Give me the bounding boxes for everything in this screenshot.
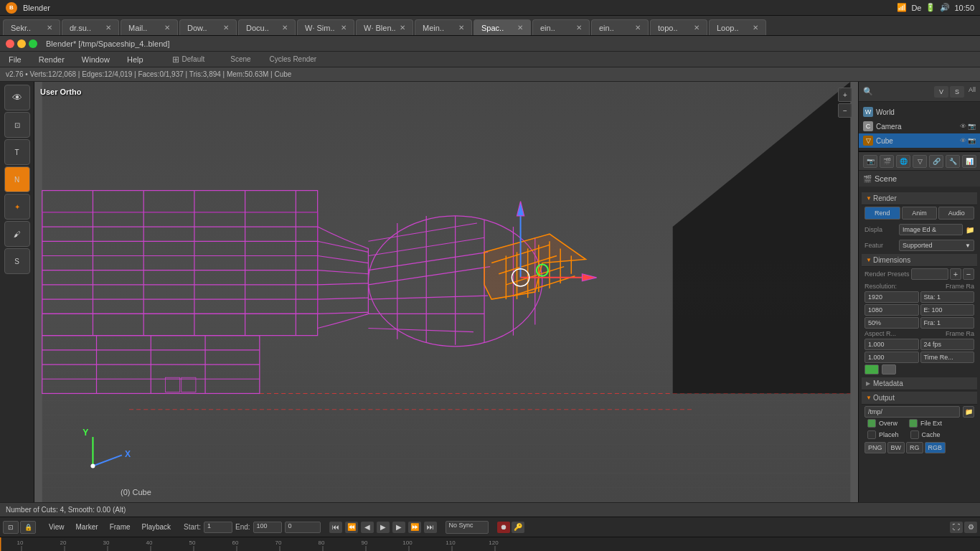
render-presets-remove-button[interactable]: − (963, 268, 974, 280)
fps-field[interactable]: 24 fps (920, 339, 975, 350)
dimensions-section-header[interactable]: ▼ Dimensions (862, 254, 977, 267)
render-tab-audio[interactable]: Audio (938, 207, 974, 220)
tab-close-icon[interactable]: ✕ (517, 24, 523, 32)
tab-close-icon[interactable]: ✕ (47, 24, 52, 32)
prop-object-icon[interactable]: ▽ (913, 155, 927, 168)
tl-expand-button[interactable]: ⛶ (950, 522, 963, 533)
tab-close-icon[interactable]: ✕ (282, 24, 288, 32)
browser-tab[interactable]: ein..✕ (591, 19, 649, 35)
bw-button[interactable]: BW (887, 442, 905, 453)
prop-scene-icon[interactable]: 🎬 (880, 155, 894, 168)
browser-tab[interactable]: W· Blen..✕ (356, 19, 413, 35)
prop-data-icon[interactable]: 📊 (962, 155, 976, 168)
timeline-ruler[interactable]: 10 20 30 40 50 60 70 80 90 100 (0, 537, 980, 551)
sidebar-btn-3[interactable]: T (4, 139, 30, 165)
height-field[interactable]: 1080 (864, 304, 919, 316)
render-tab-anim[interactable]: Anim (902, 207, 938, 220)
overwrite-checkbox[interactable] (867, 419, 876, 428)
prev-frame-button[interactable]: ⏪ (345, 522, 358, 533)
browser-tab[interactable]: Docu..✕ (238, 19, 296, 35)
start-frame-input[interactable]: 1 (204, 522, 232, 533)
browser-tab-active[interactable]: Spac..✕ (473, 19, 531, 35)
render-presets-value[interactable] (911, 268, 948, 280)
cube-render-icon[interactable]: 📷 (968, 137, 976, 144)
browser-tab[interactable]: Loop..✕ (709, 19, 766, 35)
scene-item-cube[interactable]: ▽ Cube 👁 📷 (859, 133, 980, 148)
browser-tab[interactable]: Dow..✕ (179, 19, 237, 35)
sidebar-btn-sculpt[interactable]: 🖌 (4, 221, 30, 247)
png-format-button[interactable]: PNG (864, 442, 886, 453)
menu-file[interactable]: File (6, 54, 24, 65)
tab-close-icon[interactable]: ✕ (694, 24, 699, 32)
tab-close-icon[interactable]: ✕ (635, 24, 641, 32)
tl-menu-playback[interactable]: Playback (138, 522, 176, 532)
sidebar-btn-view[interactable]: 👁 (4, 85, 30, 110)
browser-tab[interactable]: dr.su..✕ (62, 19, 119, 35)
cache-checkbox[interactable] (910, 430, 919, 439)
percent-field[interactable]: 50% (864, 317, 919, 329)
prop-modifier-icon[interactable]: 🔧 (946, 155, 960, 168)
render-tab-rend[interactable]: Rend (864, 207, 900, 220)
end-frame-input[interactable]: 100 (253, 522, 282, 533)
close-button[interactable] (6, 39, 14, 48)
browser-tab[interactable]: W· Sim..✕ (297, 19, 354, 35)
menu-help[interactable]: Help (124, 54, 146, 65)
layout-preset[interactable]: Default (182, 55, 205, 63)
feature-value[interactable]: Supported ▼ (899, 240, 974, 251)
vp-nav-btn-1[interactable]: + (838, 88, 852, 102)
maximize-button[interactable] (29, 39, 37, 48)
timeline-view-btn[interactable]: ⊡ (3, 521, 19, 534)
eye-icon[interactable]: 👁 (960, 123, 966, 130)
render-presets-add-button[interactable]: + (950, 268, 961, 280)
sidebar-btn-4[interactable]: N (4, 166, 30, 192)
viewport[interactable]: X Y User Ortho + − (0) Cube (34, 82, 858, 502)
tab-close-icon[interactable]: ✕ (458, 24, 464, 32)
end-field[interactable]: E: 100 (920, 304, 975, 316)
jump-start-button[interactable]: ⏮ (329, 522, 342, 533)
width-field[interactable]: 1920 (864, 291, 919, 303)
tl-menu-marker[interactable]: Marker (72, 522, 103, 532)
browser-tab[interactable]: ein..✕ (532, 19, 590, 35)
vp-nav-btn-2[interactable]: − (838, 103, 852, 118)
tab-close-icon[interactable]: ✕ (105, 24, 111, 32)
scene-item-world[interactable]: W World (859, 105, 980, 119)
menu-window[interactable]: Window (79, 54, 113, 65)
display-value[interactable]: Image Ed & (899, 224, 963, 235)
outliner-view-tab[interactable]: V (934, 86, 948, 98)
play-button[interactable]: ▶ (377, 522, 390, 533)
browser-tab[interactable]: topo..✕ (650, 19, 707, 35)
timeline-lock-btn[interactable]: 🔒 (20, 521, 36, 534)
prop-render-icon[interactable]: 📷 (863, 155, 877, 168)
color-swatch-gray[interactable] (882, 364, 896, 375)
file-ext-checkbox[interactable] (909, 419, 918, 428)
color-swatch-green[interactable] (864, 364, 879, 375)
tab-close-icon[interactable]: ✕ (164, 24, 170, 32)
sidebar-btn-2[interactable]: ⊡ (4, 112, 30, 138)
next-keyframe-button[interactable]: ▶ (392, 522, 405, 533)
sidebar-btn-7[interactable]: S (4, 248, 30, 274)
tl-menu-view[interactable]: View (44, 522, 69, 532)
aspect-y-field[interactable]: 1.000 (864, 352, 919, 363)
display-folder-icon[interactable]: 📁 (966, 226, 974, 234)
menu-render[interactable]: Render (36, 54, 67, 65)
cube-eye-icon[interactable]: 👁 (960, 137, 966, 144)
aspect-x-field[interactable]: 1.000 (864, 339, 919, 350)
rg-button[interactable]: RG (906, 442, 923, 453)
keying-btn[interactable]: 🔑 (512, 522, 524, 533)
current-frame-input[interactable]: 0 (285, 522, 321, 533)
engine-selector[interactable]: Cycles Render (270, 55, 317, 63)
start-field[interactable]: Sta: 1 (920, 291, 975, 303)
placeholders-checkbox[interactable] (867, 430, 876, 439)
output-file-icon[interactable]: 📁 (963, 406, 974, 418)
browser-tab[interactable]: Mein..✕ (415, 19, 472, 35)
sidebar-btn-5[interactable]: ✦ (4, 194, 30, 220)
minimize-button[interactable] (17, 39, 26, 48)
next-frame-button[interactable]: ⏩ (408, 522, 421, 533)
scene-item-camera[interactable]: C Camera 👁 📷 (859, 119, 980, 133)
render-section-header[interactable]: ▼ Render (862, 192, 977, 205)
prev-keyframe-button[interactable]: ◀ (361, 522, 374, 533)
tab-close-icon[interactable]: ✕ (576, 24, 582, 32)
tab-close-icon[interactable]: ✕ (753, 24, 758, 32)
prop-world-icon[interactable]: 🌐 (896, 155, 910, 168)
time-remap-field[interactable]: Time Re... (920, 352, 975, 363)
